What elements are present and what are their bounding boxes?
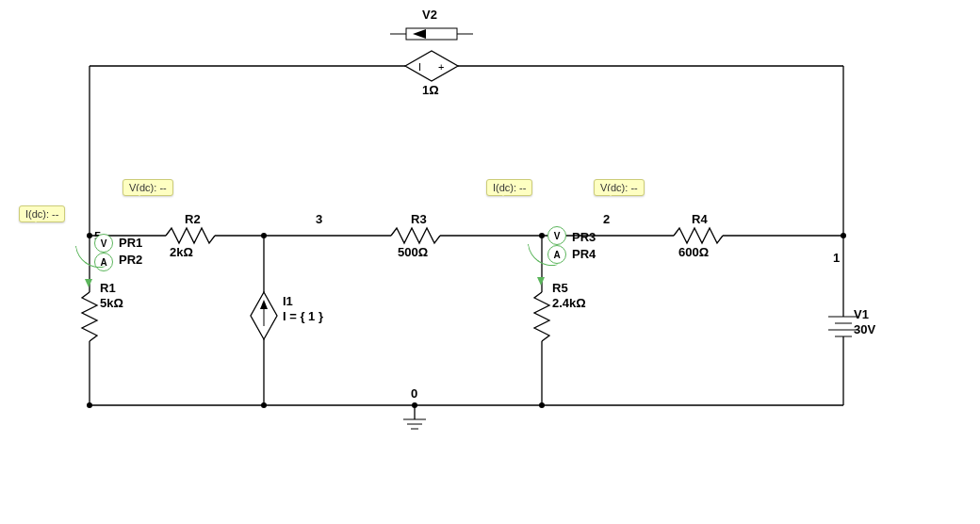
label-r5-value[interactable]: 2.4kΩ [552,296,586,310]
probe-pr2-tooltip[interactable]: I(dc): -- [19,205,65,222]
label-r5-name[interactable]: R5 [552,281,568,295]
svg-text:I: I [418,61,421,73]
svg-point-35 [87,233,92,238]
label-r2-value[interactable]: 2kΩ [170,245,193,259]
label-r4-name[interactable]: R4 [692,212,708,226]
node-label-0: 0 [411,386,417,401]
label-r1-value[interactable]: 5kΩ [100,296,123,310]
svg-point-42 [539,402,545,408]
svg-point-40 [261,402,267,408]
label-r4-value[interactable]: 600Ω [678,245,709,259]
label-r2-name[interactable]: R2 [185,212,201,226]
probe-pr3-tooltip[interactable]: V(dc): -- [594,179,645,196]
svg-point-39 [87,402,92,408]
probe-pr4-tooltip[interactable]: I(dc): -- [486,179,532,196]
probe-pr4-arrow-icon [537,277,545,286]
probe-pr1-label: PR1 [119,236,142,250]
label-v2-name[interactable]: V2 [422,8,437,22]
probe-pr3-label: PR3 [572,230,596,244]
label-r1-name[interactable]: R1 [100,281,116,295]
node-label-1: 1 [833,251,840,265]
node-label-3: 3 [316,212,322,226]
probe-pr2-arrow-icon [85,279,92,287]
svg-marker-20 [260,300,268,309]
label-r3-value[interactable]: 500Ω [398,245,428,259]
svg-marker-4 [405,51,458,81]
label-i1-value[interactable]: I = { 1 } [283,309,323,323]
label-v2-value[interactable]: 1Ω [422,83,439,97]
svg-point-37 [539,233,545,238]
schematic-canvas[interactable]: I + V2 1Ω R2 2kΩ R3 500 [0,0,980,524]
svg-marker-10 [413,29,426,39]
label-v1-value[interactable]: 30V [854,322,875,336]
probe-pr4-label: PR4 [572,247,596,261]
label-i1-name[interactable]: I1 [283,294,293,308]
svg-point-36 [261,233,267,238]
svg-point-41 [412,402,417,408]
node-label-2: 2 [603,212,610,226]
label-v1-name[interactable]: V1 [854,307,869,321]
label-r3-name[interactable]: R3 [411,212,427,226]
probe-pr2-label: PR2 [119,253,142,267]
svg-text:+: + [438,61,444,73]
svg-point-38 [841,233,846,238]
probe-pr1-tooltip[interactable]: V(dc): -- [122,179,173,196]
